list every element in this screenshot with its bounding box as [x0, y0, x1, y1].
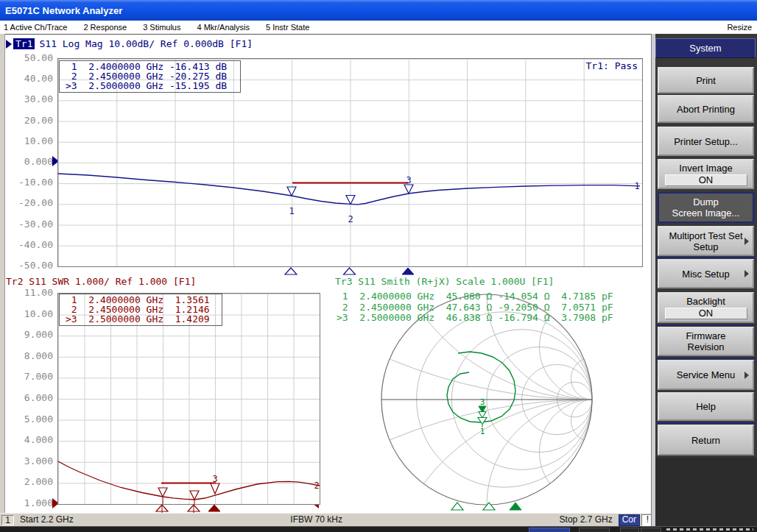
- tr2-marker-2-pointer[interactable]: [190, 491, 199, 500]
- menu-item-active-ch-trace[interactable]: 1 Active Ch/Trace: [0, 23, 75, 32]
- tr2-marker-row: >3 2.5000000 GHz 1.4209: [66, 314, 222, 324]
- tr1-tab[interactable]: Tr1: [13, 38, 35, 49]
- tr3-stimulus-marker-3-icon: [510, 503, 521, 510]
- tr1-title: S11 Log Mag 10.00dB/ Ref 0.000dB [F1]: [39, 38, 253, 49]
- tr1-stimulus-marker-1-icon: [285, 268, 297, 274]
- active-trace-arrow-icon: [6, 40, 12, 49]
- softkey-backlight[interactable]: Backlight ON: [658, 292, 754, 323]
- softkey-menu-title: System: [655, 38, 756, 58]
- tr2-label: Tr2: [6, 276, 23, 287]
- tr2-ytick: 8.000: [0, 351, 53, 361]
- tr2-marker-3-pointer[interactable]: [211, 483, 219, 494]
- softkey-label: Service Menu: [677, 369, 735, 380]
- tr1-marker-1-label: 1: [289, 206, 294, 216]
- tr1-stimulus-marker-2-icon: [344, 268, 356, 274]
- tr1-ytick: 20.00: [0, 116, 53, 126]
- tr1-marker-table: 1 2.4000000 GHz -16.413 dB 2 2.4500000 G…: [59, 60, 241, 93]
- softkey-separator: [655, 358, 756, 359]
- tr2-title: S11 SWR 1.000/ Ref 1.000 [F1]: [29, 276, 196, 287]
- tr3-stimulus-marker-1-icon: [451, 503, 463, 510]
- tr2-stimulus-marker-3-icon: [208, 505, 220, 511]
- correction-status-badge: Cor: [619, 514, 640, 526]
- tr2-ytick: 2.000: [0, 477, 53, 487]
- tr3-marker-1-label: 1: [480, 427, 485, 436]
- tr2-marker-stimulus-strip: [57, 503, 319, 513]
- tr2-marker-1-pointer[interactable]: [158, 488, 167, 497]
- tr1-ytick: 50.00: [0, 53, 53, 63]
- softkey-label: Return: [691, 435, 720, 446]
- menu-item-resize[interactable]: Resize: [727, 23, 757, 32]
- softkey-separator: [655, 324, 756, 326]
- softkey-return[interactable]: Return: [658, 425, 754, 455]
- tr1-marker-1-pointer[interactable]: [287, 187, 296, 196]
- stop-frequency: Stop 2.7 GHz: [560, 515, 613, 525]
- tr1-marker-3-pointer[interactable]: [404, 185, 413, 194]
- channel-indicator: 1: [1, 515, 14, 525]
- submenu-arrow-icon: [744, 270, 749, 277]
- tr3-marker-2-pointer[interactable]: [479, 412, 486, 419]
- softkey-separator: [655, 257, 756, 258]
- submenu-arrow-icon: [744, 238, 749, 245]
- tr3-marker-table: 1 2.4000000 GHz 45.880 Ω -14.054 Ω 4.718…: [337, 291, 613, 324]
- tr3-label: Tr3: [335, 276, 352, 287]
- tr3-marker-row: 2 2.4500000 GHz 47.643 Ω -9.2050 Ω 7.057…: [337, 302, 613, 313]
- tr2-ytick: 10.00: [0, 309, 53, 319]
- tr3-title: S11 Smith (R+jX) Scale 1.000U [F1]: [358, 276, 554, 287]
- menu-bar: 1 Active Ch/Trace 2 Response 3 Stimulus …: [0, 21, 757, 35]
- tr1-marker-2-label: 2: [348, 214, 353, 224]
- tr2-ytick: 11.00: [0, 288, 53, 298]
- softkey-print[interactable]: Print: [658, 67, 754, 93]
- tr3-header[interactable]: Tr3 S11 Smith (R+jX) Scale 1.000U [F1]: [335, 276, 554, 287]
- tr1-ytick: -50.00: [0, 260, 53, 271]
- tr3-marker-1-pointer[interactable]: [478, 418, 487, 425]
- tr2-ytick: 3.000: [0, 456, 53, 467]
- taskbar-clock-sliver: [666, 528, 753, 531]
- softkey-label: Print: [696, 75, 716, 86]
- tr3-marker-3-label: 3: [480, 397, 485, 407]
- softkey-service-menu[interactable]: Service Menu: [658, 360, 754, 390]
- tr1-ytick: -20.00: [0, 198, 53, 208]
- menu-item-response[interactable]: 2 Response: [75, 23, 135, 32]
- softkey-dump-screen-image[interactable]: Dump Screen Image...: [658, 192, 754, 223]
- taskbar-key: [641, 528, 661, 532]
- tr2-trace-end-label: 2: [314, 480, 319, 491]
- tr3-marker-row: 1 2.4000000 GHz 45.880 Ω -14.054 Ω 4.718…: [337, 291, 613, 302]
- softkey-separator: [655, 422, 756, 424]
- tr2-ytick: 5.000: [0, 414, 53, 425]
- tr2-ytick: 9.000: [0, 330, 53, 340]
- screen-left-border: [0, 34, 5, 526]
- start-frequency: Start 2.2 GHz: [20, 515, 74, 525]
- tr2-header[interactable]: Tr2 S11 SWR 1.000/ Ref 1.000 [F1]: [6, 276, 196, 287]
- softkey-misc-setup[interactable]: Misc Setup: [658, 259, 754, 288]
- softkey-label: Backlight: [686, 296, 725, 307]
- tr2-ytick: 6.000: [0, 393, 53, 403]
- tr1-header[interactable]: Tr1 S11 Log Mag 10.00dB/ Ref 0.000dB [F1…: [6, 38, 253, 49]
- tr1-marker-stimulus-strip: [57, 266, 641, 276]
- softkey-firmware-revision[interactable]: Firmware Revision: [658, 327, 754, 356]
- softkey-backlight-value[interactable]: ON: [665, 308, 747, 319]
- menu-item-instr-state[interactable]: 5 Instr State: [258, 23, 317, 32]
- tr1-marker-row: >3 2.5000000 GHz -15.195 dB: [66, 81, 240, 91]
- menu-item-stimulus[interactable]: 3 Stimulus: [135, 23, 189, 32]
- softkey-label: Help: [696, 401, 716, 412]
- taskbar-key: [620, 528, 639, 532]
- softkey-multiport-test-set-setup[interactable]: Multiport Test Set Setup: [658, 226, 754, 256]
- tr2-ytick: 4.000: [0, 435, 53, 445]
- tr3-marker-row: >3 2.5000000 GHz 46.838 Ω -16.794 Ω 3.79…: [337, 313, 613, 324]
- softkey-printer-setup[interactable]: Printer Setup...: [658, 127, 754, 156]
- menu-item-mkr-analysis[interactable]: 4 Mkr/Analysis: [189, 23, 258, 32]
- softkey-invert-image-value[interactable]: ON: [665, 174, 747, 186]
- tr2-marker-table: 1 2.4000000 GHz 1.3561 2 2.4500000 GHz 1…: [59, 294, 222, 326]
- title-bar[interactable]: E5071C Network Analyzer: [0, 0, 757, 21]
- window-title: E5071C Network Analyzer: [0, 5, 122, 16]
- softkey-label: Abort Printing: [677, 104, 735, 115]
- ifbw-value: IFBW 70 kHz: [290, 515, 342, 525]
- app-window: E5071C Network Analyzer 1 Active Ch/Trac…: [0, 0, 757, 532]
- softkey-help[interactable]: Help: [658, 392, 754, 421]
- tr1-marker-2-pointer[interactable]: [346, 196, 355, 205]
- softkey-invert-image[interactable]: Invert Image ON: [658, 159, 754, 189]
- softkey-label: Misc Setup: [682, 269, 729, 280]
- softkey-abort-printing[interactable]: Abort Printing: [658, 95, 754, 123]
- softkey-label: Invert Image: [679, 163, 732, 174]
- status-bar: 1 Start 2.2 GHz IFBW 70 kHz Stop 2.7 GHz…: [0, 513, 655, 526]
